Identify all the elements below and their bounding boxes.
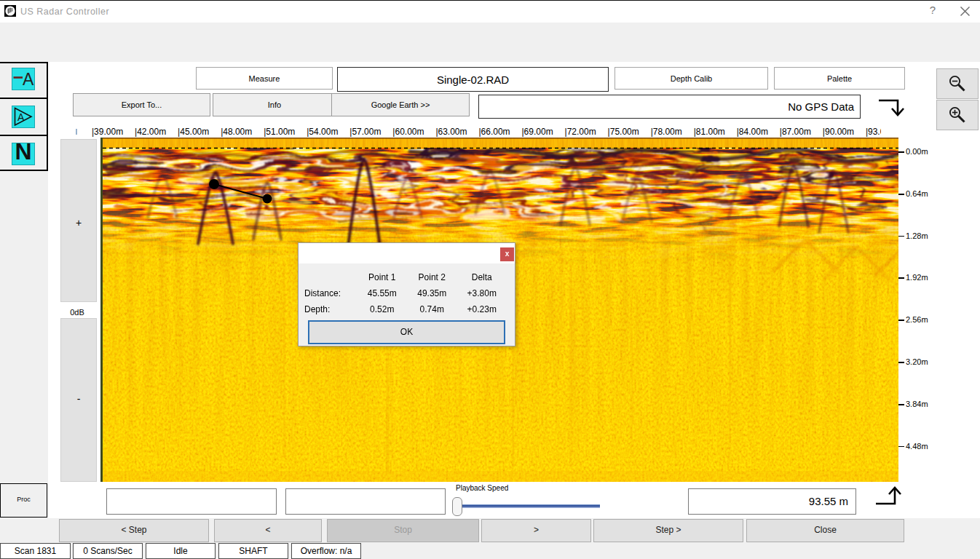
svg-text:A: A	[17, 111, 25, 123]
svg-text:A: A	[23, 70, 34, 89]
